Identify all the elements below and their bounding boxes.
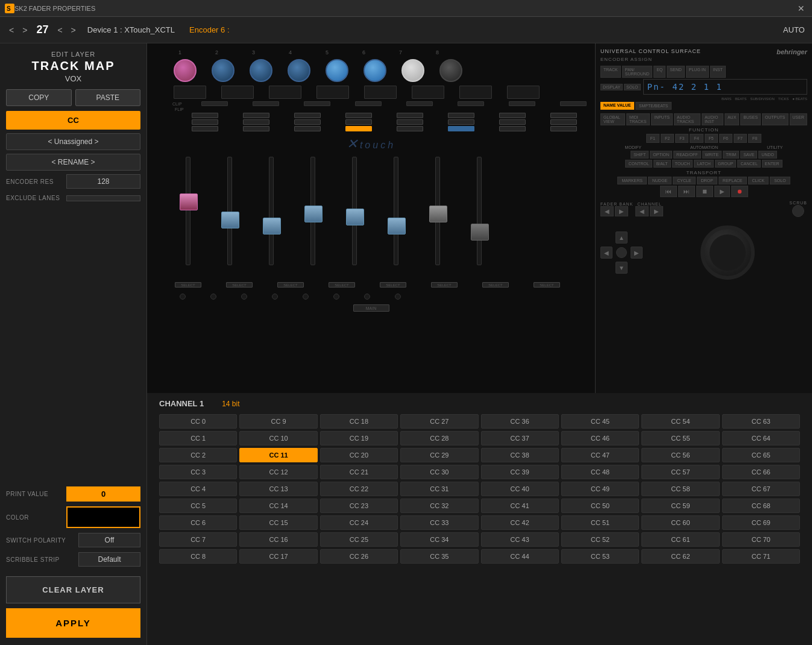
cc-cell-cc-61[interactable]: CC 61 — [641, 532, 719, 547]
user-btn[interactable]: USER — [790, 113, 807, 125]
unassigned-button[interactable]: < Unassigned > — [6, 133, 140, 150]
cc-cell-cc-57[interactable]: CC 57 — [641, 465, 719, 479]
display-btn[interactable]: DISPLAY — [600, 84, 623, 90]
outputs-btn[interactable]: OUTPUTS — [762, 113, 788, 125]
cc-cell-cc-55[interactable]: CC 55 — [641, 431, 719, 445]
cc-button[interactable]: CC — [6, 111, 140, 130]
global-view-btn[interactable]: GLOBAL VIEW — [600, 113, 625, 125]
cc-cell-cc-54[interactable]: CC 54 — [641, 414, 719, 429]
cc-cell-cc-43[interactable]: CC 43 — [481, 532, 559, 547]
fader-thumb-ch1[interactable] — [180, 194, 198, 210]
close-button[interactable]: ✕ — [795, 2, 807, 14]
cc-cell-cc-3[interactable]: CC 3 — [159, 465, 237, 479]
knob-ch2[interactable] — [212, 59, 234, 82]
save-btn[interactable]: SAVE — [740, 151, 757, 159]
mute-btn-1[interactable] — [192, 126, 218, 131]
fader-thumb-ch2[interactable] — [221, 212, 239, 228]
select-btn-6[interactable]: SELECT — [431, 282, 458, 288]
arrow-center[interactable] — [616, 247, 627, 258]
mute-btn-6-active[interactable] — [448, 126, 474, 131]
solo-btn-7[interactable] — [499, 119, 526, 125]
fader-thumb-ch6[interactable] — [388, 218, 406, 234]
cc-cell-cc-46[interactable]: CC 46 — [561, 431, 639, 445]
fader-thumb-ch3[interactable] — [263, 218, 281, 234]
assign-pan[interactable]: PAN/SURROUND — [622, 66, 652, 78]
main-fader-btn[interactable]: MAIN — [353, 304, 389, 312]
f3-btn[interactable]: F3 — [675, 134, 688, 143]
f7-btn[interactable]: F7 — [734, 134, 747, 143]
cc-cell-cc-40[interactable]: CC 40 — [481, 482, 559, 496]
cc-cell-cc-26[interactable]: CC 26 — [320, 549, 398, 564]
click-btn[interactable]: CLICK — [748, 177, 769, 184]
mute-btn-2[interactable] — [243, 126, 269, 131]
cc-cell-cc-14[interactable]: CC 14 — [239, 499, 317, 513]
cc-cell-cc-52[interactable]: CC 52 — [561, 532, 639, 547]
fader-bank-right[interactable]: ▶ — [615, 206, 628, 216]
cc-cell-cc-24[interactable]: CC 24 — [320, 515, 398, 530]
knob-ch4[interactable] — [288, 59, 310, 82]
fader-thumb-ch4[interactable] — [304, 206, 323, 222]
cc-cell-cc-60[interactable]: CC 60 — [641, 515, 719, 530]
cc-cell-cc-1[interactable]: CC 1 — [159, 431, 237, 445]
undo-btn[interactable]: UNDO — [758, 151, 777, 159]
cc-cell-cc-42[interactable]: CC 42 — [481, 515, 559, 530]
solo-btn-1[interactable] — [192, 119, 218, 125]
rec-btn-6[interactable] — [448, 113, 474, 118]
cc-cell-cc-20[interactable]: CC 20 — [320, 448, 398, 462]
touch-btn[interactable]: TOUCH — [672, 160, 693, 168]
cc-cell-cc-44[interactable]: CC 44 — [481, 549, 559, 564]
cc-cell-cc-19[interactable]: CC 19 — [320, 431, 398, 445]
switch-polarity-value[interactable]: Off — [78, 533, 140, 547]
cc-cell-cc-68[interactable]: CC 68 — [722, 499, 800, 513]
solo-transport-btn[interactable]: SOLO — [770, 177, 790, 184]
f6-btn[interactable]: F6 — [719, 134, 732, 143]
cc-cell-cc-33[interactable]: CC 33 — [400, 515, 478, 530]
device-next-arrow[interactable]: > — [69, 25, 78, 35]
arrow-down[interactable]: ▼ — [615, 262, 628, 274]
mute-btn-7[interactable] — [499, 126, 526, 131]
fader-bank-left[interactable]: ◀ — [600, 206, 614, 216]
cc-cell-cc-70[interactable]: CC 70 — [722, 532, 800, 547]
cc-cell-cc-28[interactable]: CC 28 — [400, 431, 478, 445]
record-btn[interactable]: ⏺ — [731, 186, 748, 197]
cc-cell-cc-13[interactable]: CC 13 — [239, 482, 317, 496]
mute-btn-8[interactable] — [550, 126, 577, 131]
cc-cell-cc-41[interactable]: CC 41 — [481, 499, 559, 513]
fader-thumb-ch5[interactable] — [346, 209, 364, 225]
channel-bank-left[interactable]: ◀ — [635, 206, 649, 216]
rec-btn-3[interactable] — [294, 113, 321, 118]
device-prev-arrow[interactable]: < — [55, 25, 64, 35]
select-btn-2[interactable]: SELECT — [226, 282, 253, 288]
clip-btn-8[interactable] — [560, 101, 587, 106]
mute-btn-5[interactable] — [397, 126, 423, 131]
cc-cell-cc-37[interactable]: CC 37 — [481, 431, 559, 445]
cc-cell-cc-32[interactable]: CC 32 — [400, 499, 478, 513]
solo-btn-2[interactable] — [243, 119, 269, 125]
f5-btn[interactable]: F5 — [705, 134, 718, 143]
next-arrow[interactable]: > — [20, 25, 29, 35]
cc-cell-cc-69[interactable]: CC 69 — [722, 515, 800, 530]
cc-cell-cc-22[interactable]: CC 22 — [320, 482, 398, 496]
enter-btn[interactable]: ENTER — [762, 160, 782, 168]
cc-cell-cc-11[interactable]: CC 11 — [239, 448, 317, 462]
cc-cell-cc-2[interactable]: CC 2 — [159, 448, 237, 462]
replace-btn[interactable]: REPLACE — [719, 177, 747, 184]
rename-button[interactable]: < RENAME > — [6, 154, 140, 171]
jog-wheel[interactable] — [700, 225, 755, 280]
cc-cell-cc-10[interactable]: CC 10 — [239, 431, 317, 445]
cc-cell-cc-27[interactable]: CC 27 — [400, 414, 478, 429]
control-btn[interactable]: CONTROL — [625, 160, 652, 168]
clip-btn-7[interactable] — [509, 101, 535, 106]
rec-btn-7[interactable] — [499, 113, 526, 118]
clip-btn-6[interactable] — [458, 101, 484, 106]
rec-btn-4[interactable] — [345, 113, 372, 118]
cc-cell-cc-29[interactable]: CC 29 — [400, 448, 478, 462]
cc-cell-cc-23[interactable]: CC 23 — [320, 499, 398, 513]
cc-cell-cc-53[interactable]: CC 53 — [561, 549, 639, 564]
select-btn-3[interactable]: SELECT — [277, 282, 304, 288]
f8-btn[interactable]: F8 — [748, 134, 761, 143]
knob-ch5[interactable] — [326, 59, 348, 82]
solo-btn-5[interactable] — [397, 119, 423, 125]
cc-cell-cc-25[interactable]: CC 25 — [320, 532, 398, 547]
cc-cell-cc-47[interactable]: CC 47 — [561, 448, 639, 462]
